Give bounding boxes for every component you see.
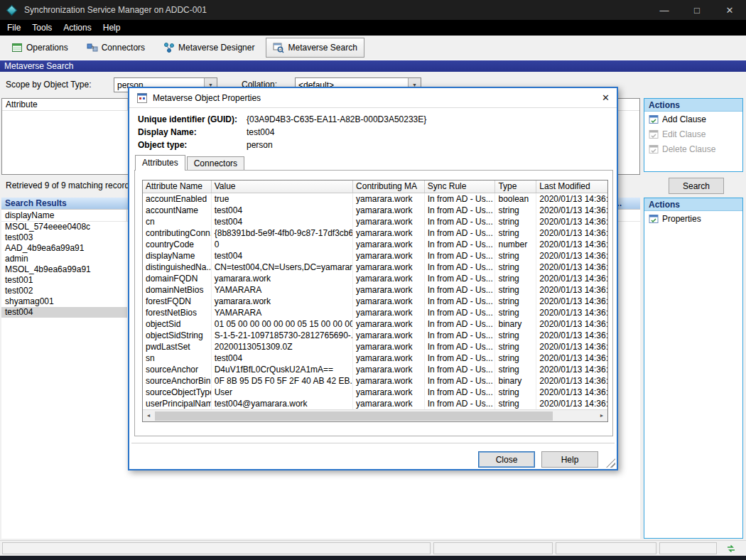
attribute-row[interactable]: contributingConn... {8b8391bd-5e9f-4fb0-…: [143, 227, 607, 239]
dialog-titlebar[interactable]: Metaverse Object Properties ✕: [129, 88, 617, 108]
result-actions-panel: Actions Properties: [644, 198, 743, 539]
attribute-value-cell: test004: [212, 352, 353, 364]
grid-body: accountEnabled true yamarara.work In fro…: [143, 193, 607, 409]
delete-clause-icon: [649, 144, 659, 154]
attribute-value-cell: YAMARARA: [212, 307, 353, 318]
metaverse-object-properties-dialog: Metaverse Object Properties ✕ Unique ide…: [128, 87, 618, 470]
displayname-column-header[interactable]: displayName: [1, 210, 127, 221]
sync-rule-cell: In from AD - Us...: [425, 375, 496, 387]
action-item[interactable]: Properties: [644, 211, 742, 226]
last-modified-cell: 2020/01/13 14:36:5: [536, 216, 607, 227]
result-row[interactable]: test002: [1, 286, 127, 296]
attribute-value-cell: test004: [212, 250, 353, 262]
tab-connectors[interactable]: Connectors: [80, 38, 152, 58]
tab-metaverse-search[interactable]: Metaverse Search: [266, 38, 364, 58]
attribute-row[interactable]: displayName test004 yamarara.work In fro…: [143, 250, 607, 262]
result-row-label: admin: [5, 254, 28, 264]
grid-column-header[interactable]: Type: [495, 181, 536, 193]
action-item-label: Edit Clause: [662, 129, 706, 139]
grid-column-header[interactable]: Sync Rule: [425, 181, 496, 193]
result-row[interactable]: MSOL_574eeee0408c: [1, 222, 127, 232]
attribute-name-cell: userPrincipalName: [143, 398, 212, 409]
contributing-ma-cell: yamarara.work: [353, 205, 425, 216]
attribute-row[interactable]: objectSid 01 05 00 00 00 00 00 05 15 00 …: [143, 318, 607, 330]
result-row[interactable]: test001: [1, 275, 127, 286]
result-row[interactable]: admin: [1, 254, 127, 264]
attribute-row[interactable]: objectSidString S-1-5-21-1097185730-2812…: [143, 330, 607, 341]
menu-item[interactable]: Actions: [58, 23, 97, 33]
attribute-row[interactable]: countryCode 0 yamarara.work In from AD -…: [143, 239, 607, 250]
attribute-name-cell: sn: [143, 352, 212, 364]
attribute-row[interactable]: domainNetBios YAMARARA yamarara.work In …: [143, 284, 607, 296]
dialog-tab[interactable]: Connectors: [187, 156, 244, 170]
type-cell: string: [495, 273, 536, 284]
attribute-row[interactable]: sourceAnchor D4uV1fBfL0CrQuskU2A1mA== ya…: [143, 364, 607, 375]
contributing-ma-cell: yamarara.work: [353, 387, 425, 398]
attribute-row[interactable]: forestNetBios YAMARARA yamarara.work In …: [143, 307, 607, 318]
resize-grip-icon[interactable]: [606, 458, 615, 468]
result-row[interactable]: test003: [1, 232, 127, 243]
clause-actions-panel: Actions Add Clause Edit Clause Delete Cl…: [644, 98, 743, 172]
help-button[interactable]: Help: [541, 451, 598, 468]
close-dialog-button[interactable]: Close: [478, 451, 535, 468]
grid-header-row: Attribute Name Value Contributing MA Syn…: [143, 181, 607, 193]
grid-column-header[interactable]: Contributing MA: [353, 181, 425, 193]
action-item[interactable]: Delete Clause: [644, 141, 742, 156]
attribute-row[interactable]: sn test004 yamarara.work In from AD - Us…: [143, 352, 607, 364]
minimize-button[interactable]: —: [648, 0, 681, 20]
attribute-row[interactable]: accountName test004 yamarara.work In fro…: [143, 205, 607, 216]
attribute-name-cell: sourceObjectType: [143, 387, 212, 398]
grid-column-header[interactable]: Attribute Name: [143, 181, 212, 193]
attribute-row[interactable]: cn test004 yamarara.work In from AD - Us…: [143, 216, 607, 227]
maximize-button[interactable]: □: [681, 0, 713, 20]
dialog-tab-label: Attributes: [142, 158, 178, 168]
contributing-ma-cell: yamarara.work: [353, 273, 425, 284]
last-modified-cell: 2020/01/13 14:36:5: [536, 375, 607, 387]
result-row[interactable]: test004: [1, 307, 127, 318]
attribute-row[interactable]: forestFQDN yamarara.work yamarara.work I…: [143, 296, 607, 307]
attribute-value-cell: User: [212, 387, 353, 398]
attribute-row[interactable]: sourceAnchorBin... 0F 8B 95 D5 F0 5F 2F …: [143, 375, 607, 387]
last-modified-cell: 2020/01/13 14:36:5: [536, 364, 607, 375]
grid-column-header[interactable]: Value: [212, 181, 353, 193]
contributing-ma-cell: yamarara.work: [353, 352, 425, 364]
dialog-tab[interactable]: Attributes: [135, 155, 185, 171]
attribute-row[interactable]: pwdLastSet 20200113051309.0Z yamarara.wo…: [143, 341, 607, 352]
attribute-value-cell: {8b8391bd-5e9f-4fb0-9c87-17df3cb6...: [212, 227, 353, 239]
contributing-ma-cell: yamarara.work: [353, 284, 425, 296]
attribute-column-header[interactable]: Attribute: [2, 99, 128, 110]
close-button[interactable]: ✕: [713, 0, 746, 20]
attribute-row[interactable]: userPrincipalName test004@yamarara.work …: [143, 398, 607, 409]
titlebar: Synchronization Service Manager on ADDC-…: [0, 0, 746, 20]
type-cell: string: [495, 250, 536, 262]
sync-rule-cell: In from AD - Us...: [425, 250, 496, 262]
menu-item[interactable]: Help: [97, 23, 126, 33]
grid-column-header[interactable]: Last Modified: [536, 181, 607, 193]
type-cell: string: [495, 398, 536, 409]
menu-item[interactable]: Tools: [26, 23, 58, 33]
attribute-row[interactable]: domainFQDN yamarara.work yamarara.work I…: [143, 273, 607, 284]
dialog-close-button[interactable]: ✕: [591, 92, 610, 103]
tab-operations[interactable]: Operations: [4, 38, 75, 58]
tab-metaverse-designer[interactable]: Metaverse Designer: [156, 38, 261, 58]
attribute-row[interactable]: distinguishedNa... CN=test004,CN=Users,D…: [143, 262, 607, 273]
last-modified-cell: 2020/01/13 14:36:5: [536, 398, 607, 409]
search-button[interactable]: Search: [669, 178, 724, 194]
scroll-right-icon[interactable]: ►: [596, 410, 607, 421]
last-modified-cell: 2020/01/13 14:36:5: [536, 284, 607, 296]
horizontal-scrollbar[interactable]: ◄ ►: [143, 409, 607, 421]
result-row[interactable]: MSOL_4b9ea6a99a91: [1, 264, 127, 275]
window-title: Synchronization Service Manager on ADDC-…: [24, 5, 207, 15]
action-item[interactable]: Add Clause: [644, 112, 742, 126]
attribute-row[interactable]: sourceObjectType User yamarara.work In f…: [143, 387, 607, 398]
scrollbar-thumb[interactable]: [155, 411, 553, 421]
result-row-label: AAD_4b9ea6a99a91: [5, 243, 84, 253]
result-row[interactable]: shyamag001: [1, 296, 127, 307]
sync-rule-cell: In from AD - Us...: [425, 364, 496, 375]
action-item[interactable]: Edit Clause: [644, 126, 742, 141]
attribute-row[interactable]: accountEnabled true yamarara.work In fro…: [143, 193, 607, 205]
scroll-left-icon[interactable]: ◄: [143, 410, 154, 421]
menu-item[interactable]: File: [1, 23, 26, 33]
result-row[interactable]: AAD_4b9ea6a99a91: [1, 243, 127, 254]
sync-rule-cell: In from AD - Us...: [425, 216, 496, 227]
